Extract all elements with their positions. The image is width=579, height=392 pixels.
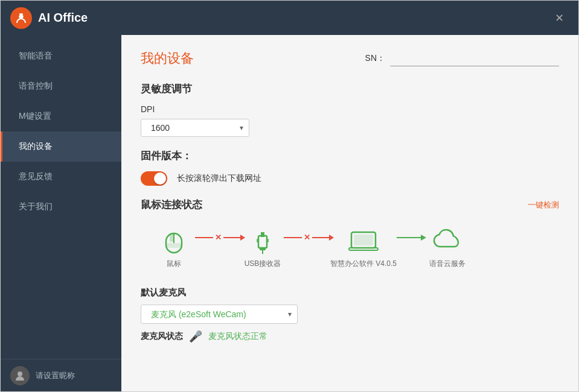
title-bar: AI Office ✕ — [1, 1, 578, 35]
mic-status-text: 麦克风状态正常 — [208, 331, 267, 342]
sidebar-item-feedback[interactable]: 意见反馈 — [1, 162, 121, 192]
user-avatar — [10, 366, 30, 385]
firmware-toggle[interactable] — [141, 171, 167, 186]
svg-rect-7 — [166, 243, 182, 248]
mic-status-label: 麦克风状态 — [141, 331, 183, 342]
connection-diagram: 鼠标 ✕ — [141, 221, 559, 275]
conn-item-mouse: 鼠标 — [153, 227, 195, 269]
dpi-select[interactable]: 800 1200 1600 2400 3200 — [141, 119, 249, 137]
sidebar-item-my-device[interactable]: 我的设备 — [1, 131, 121, 162]
sensitivity-title: 灵敏度调节 — [141, 82, 559, 96]
app-window: AI Office ✕ 智能语音 语音控制 M键设置 我的设备 意见反馈 — [0, 0, 579, 392]
conn-item-laptop: 智慧办公软件 V4.0.5 — [330, 227, 397, 269]
conn-label-cloud: 语音云服务 — [429, 259, 465, 269]
svg-rect-17 — [354, 235, 373, 245]
firmware-title: 固件版本： — [141, 149, 559, 163]
mic-icon: 🎤 — [189, 330, 202, 343]
svg-rect-8 — [258, 236, 267, 248]
conn-label-mouse: 鼠标 — [167, 259, 181, 269]
svg-rect-10 — [260, 248, 266, 250]
quick-detect-button[interactable]: 一键检测 — [528, 200, 559, 210]
microphone-section: 默认麦克风 麦克风 (e2eSoft WeCam) ▾ 麦克风状态 🎤 麦克风状… — [141, 287, 559, 343]
connection-section: 鼠标连接状态 一键检测 鼠标 — [141, 198, 559, 275]
sidebar-nav: 智能语音 语音控制 M键设置 我的设备 意见反馈 关于我们 — [1, 35, 121, 359]
conn-arrow-3 — [397, 235, 426, 251]
conn-arrow-2: ✕ — [284, 233, 330, 253]
sidebar-item-voice-control[interactable]: 语音控制 — [1, 71, 121, 101]
sensitivity-section: 灵敏度调节 DPI 800 1200 1600 2400 3200 ▾ — [141, 82, 559, 137]
svg-point-1 — [18, 14, 20, 16]
conn-arrow-1: ✕ — [195, 233, 242, 253]
mic-status-row: 麦克风状态 🎤 麦克风状态正常 — [141, 330, 559, 343]
dpi-label: DPI — [141, 104, 559, 114]
sidebar: 智能语音 语音控制 M键设置 我的设备 意见反馈 关于我们 — [1, 35, 121, 391]
dpi-select-wrap: 800 1200 1600 2400 3200 ▾ — [141, 119, 249, 137]
conn-label-laptop: 智慧办公软件 V4.0.5 — [330, 259, 397, 269]
svg-rect-6 — [170, 233, 174, 242]
firmware-section: 固件版本： 长按滚轮弹出下载网址 — [141, 149, 559, 186]
svg-point-2 — [23, 14, 25, 16]
conn-item-cloud: 语音云服务 — [426, 227, 469, 269]
svg-rect-9 — [261, 232, 264, 237]
sidebar-item-m-key[interactable]: M键设置 — [1, 101, 121, 131]
mic-select-wrap: 麦克风 (e2eSoft WeCam) ▾ — [141, 305, 298, 324]
sn-area: SN： — [365, 51, 559, 66]
conn-item-usb: USB接收器 — [242, 227, 284, 269]
svg-point-3 — [18, 371, 22, 376]
sidebar-user[interactable]: 请设置昵称 — [1, 359, 121, 391]
page-header: 我的设备 SN： — [141, 49, 559, 68]
app-title: AI Office — [38, 11, 550, 25]
sn-label: SN： — [365, 53, 385, 64]
firmware-text: 长按滚轮弹出下载网址 — [177, 173, 261, 184]
svg-rect-18 — [349, 248, 378, 250]
sidebar-item-smart-voice[interactable]: 智能语音 — [1, 41, 121, 71]
user-nickname: 请设置昵称 — [36, 370, 75, 381]
main-content: 我的设备 SN： 灵敏度调节 DPI 800 1200 1600 2400 32… — [121, 35, 578, 391]
firmware-row: 长按滚轮弹出下载网址 — [141, 171, 559, 186]
connection-title: 鼠标连接状态 — [141, 198, 202, 212]
page-title: 我的设备 — [141, 49, 194, 68]
app-logo — [10, 7, 32, 29]
sn-input[interactable] — [390, 51, 559, 66]
toggle-knob — [154, 172, 166, 185]
sidebar-item-about[interactable]: 关于我们 — [1, 192, 121, 222]
app-body: 智能语音 语音控制 M键设置 我的设备 意见反馈 关于我们 — [1, 35, 578, 391]
conn-label-usb: USB接收器 — [245, 259, 281, 269]
close-button[interactable]: ✕ — [550, 9, 569, 27]
mic-select[interactable]: 麦克风 (e2eSoft WeCam) — [141, 305, 298, 324]
connection-header: 鼠标连接状态 一键检测 — [141, 198, 559, 212]
mic-title: 默认麦克风 — [141, 287, 559, 299]
